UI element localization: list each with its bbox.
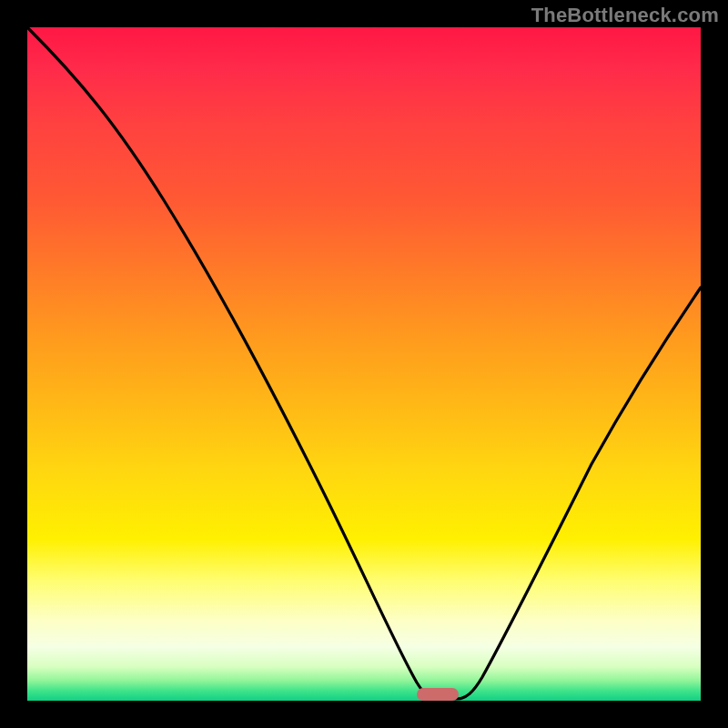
plot-area bbox=[27, 27, 701, 701]
watermark-text: TheBottleneck.com bbox=[531, 4, 719, 27]
optimal-marker bbox=[417, 688, 459, 701]
curve-path bbox=[27, 27, 701, 699]
chart-stage: TheBottleneck.com bbox=[0, 0, 728, 728]
bottleneck-curve bbox=[27, 27, 701, 701]
